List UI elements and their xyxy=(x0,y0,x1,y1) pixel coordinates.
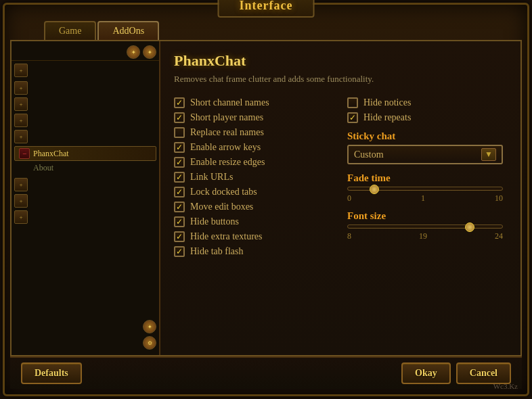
option-short-channel-names: Short channel names xyxy=(174,95,334,110)
cancel-button[interactable]: Cancel xyxy=(456,362,511,384)
checkbox-hide-notices[interactable] xyxy=(347,97,358,108)
fade-time-labels: 0 1 10 xyxy=(347,193,503,204)
checkbox-hide-extra-textures[interactable] xyxy=(174,231,185,242)
sidebar-bottom-btn-2[interactable]: ⚙ xyxy=(143,336,156,350)
main-window: Interface Game AddOns ✦ ✦ xyxy=(3,3,529,396)
font-size-label: Font size xyxy=(347,210,507,222)
checkbox-lock-docked-tabs[interactable] xyxy=(174,187,185,197)
sidebar-btn-plus-1[interactable]: + xyxy=(14,64,28,77)
option-replace-real-names: Replace real names xyxy=(174,125,334,140)
option-link-urls: Link URLs xyxy=(174,170,334,185)
sidebar-top-btn-2[interactable]: ✦ xyxy=(143,45,156,59)
sticky-chat-label: Sticky chat xyxy=(347,131,507,142)
sidebar-btn-plus-3[interactable]: + xyxy=(14,97,28,111)
font-size-labels: 8 19 24 xyxy=(347,231,503,241)
window-title: Interface xyxy=(240,0,293,12)
fade-time-slider[interactable] xyxy=(347,187,503,191)
font-size-thumb[interactable] xyxy=(465,222,474,232)
sidebar-btn-plus-6[interactable]: + xyxy=(14,178,28,191)
checkbox-move-edit-boxes[interactable] xyxy=(174,202,185,212)
option-hide-extra-textures: Hide extra textures xyxy=(174,229,334,244)
tab-game[interactable]: Game xyxy=(44,21,96,40)
addon-desc: Removes chat frame clutter and adds some… xyxy=(174,74,507,85)
checkbox-short-player-names[interactable] xyxy=(174,112,185,123)
checkbox-short-channel-names[interactable] xyxy=(174,97,185,108)
tab-addons[interactable]: AddOns xyxy=(97,21,159,40)
sidebar-btn-plus-5[interactable]: + xyxy=(14,130,28,143)
option-hide-notices: Hide notices xyxy=(347,95,507,110)
main-content: Game AddOns ✦ ✦ + xyxy=(10,14,522,389)
sticky-chat-dropdown[interactable]: Custom ▼ xyxy=(347,145,503,164)
option-enable-resize-edges: Enable resize edges xyxy=(174,155,334,170)
sidebar-top-btn-1[interactable]: ✦ xyxy=(127,45,140,59)
right-panel: PhanxChat Removes chat frame clutter and… xyxy=(160,41,520,355)
dropdown-arrow-icon: ▼ xyxy=(481,148,496,161)
option-hide-repeats: Hide repeats xyxy=(347,110,507,125)
sidebar-btn-plus-2[interactable]: + xyxy=(14,81,28,95)
addon-title: PhanxChat xyxy=(174,52,507,70)
bottom-bar: Defaults Okay Cancel xyxy=(10,356,522,389)
option-lock-docked-tabs: Lock docked tabs xyxy=(174,185,334,200)
defaults-button[interactable]: Defaults xyxy=(21,362,82,384)
font-size-slider[interactable] xyxy=(347,225,503,229)
checkbox-hide-buttons[interactable] xyxy=(174,216,185,227)
checkbox-link-urls[interactable] xyxy=(174,172,185,183)
sidebar-bottom-btn-1[interactable]: ✦ xyxy=(143,320,156,333)
option-enable-arrow-keys: Enable arrow keys xyxy=(174,140,334,155)
sidebar-item-about[interactable]: About xyxy=(14,162,156,174)
sidebar-item-phanxchat[interactable]: − PhanxChat xyxy=(14,146,156,161)
watermark: Wc3.Kz xyxy=(493,382,518,390)
body-panel: ✦ ✦ + + + + xyxy=(10,40,522,356)
option-hide-buttons: Hide buttons xyxy=(174,214,334,229)
sidebar: ✦ ✦ + + + + xyxy=(12,41,160,355)
option-move-edit-boxes: Move edit boxes xyxy=(174,200,334,214)
checkbox-replace-real-names[interactable] xyxy=(174,127,185,138)
options-left-col: Short channel names Short player names R… xyxy=(174,95,334,259)
dropdown-value: Custom xyxy=(354,149,384,160)
action-buttons: Okay Cancel xyxy=(401,362,511,384)
okay-button[interactable]: Okay xyxy=(401,362,451,384)
collapse-icon: − xyxy=(19,148,30,159)
title-bar: Interface xyxy=(218,0,315,18)
options-right-col: Hide notices Hide repeats Sticky chat Cu… xyxy=(347,95,507,259)
checkbox-enable-arrow-keys[interactable] xyxy=(174,142,185,153)
checkbox-enable-resize-edges[interactable] xyxy=(174,157,185,168)
sidebar-btn-plus-4[interactable]: + xyxy=(14,114,28,127)
checkbox-hide-repeats[interactable] xyxy=(347,112,358,123)
sidebar-btn-plus-8[interactable]: + xyxy=(14,210,28,224)
checkbox-hide-tab-flash[interactable] xyxy=(174,246,185,257)
sidebar-btn-plus-7[interactable]: + xyxy=(14,194,28,208)
tabs-row: Game AddOns xyxy=(44,21,522,40)
option-hide-tab-flash: Hide tab flash xyxy=(174,244,334,259)
fade-time-thumb[interactable] xyxy=(370,185,379,194)
fade-time-label: Fade time xyxy=(347,172,507,184)
sidebar-top-bar: ✦ ✦ xyxy=(12,44,159,61)
option-short-player-names: Short player names xyxy=(174,110,334,125)
